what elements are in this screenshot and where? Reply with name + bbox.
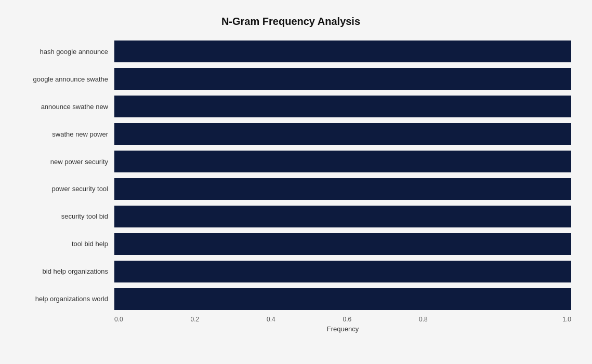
bar-fill [114, 151, 571, 172]
bar-label: announce swathe new [10, 103, 114, 111]
bar-track [114, 206, 571, 227]
chart-title: N-Gram Frequency Analysis [10, 10, 571, 28]
x-tick: 0.6 [343, 316, 419, 323]
bar-fill [114, 96, 571, 117]
bar-track [114, 123, 571, 145]
bar-fill [114, 233, 571, 255]
bar-track [114, 178, 571, 200]
bar-row: swathe new power [10, 120, 571, 148]
bar-row: power security tool [10, 176, 571, 203]
bar-fill [114, 288, 571, 310]
bar-fill [114, 123, 571, 145]
bar-track [114, 288, 571, 310]
bar-label: new power security [10, 158, 114, 166]
bar-label: swathe new power [10, 130, 114, 138]
bar-fill [114, 41, 571, 62]
bar-label: bid help organizations [10, 267, 114, 275]
chart-container: N-Gram Frequency Analysis hash google an… [0, 0, 592, 364]
bar-track [114, 68, 571, 90]
x-axis: 0.00.20.40.60.81.0 [114, 313, 571, 323]
bar-label: security tool bid [10, 212, 114, 220]
bar-fill [114, 178, 571, 200]
bar-track [114, 41, 571, 62]
bar-fill [114, 261, 571, 282]
bar-row: hash google announce [10, 38, 571, 65]
bar-fill [114, 206, 571, 227]
bar-track [114, 96, 571, 117]
bars-section: hash google announcegoogle announce swat… [10, 38, 571, 313]
bar-label: google announce swathe [10, 75, 114, 83]
bar-row: new power security [10, 148, 571, 176]
x-tick: 0.8 [419, 316, 495, 323]
bar-fill [114, 68, 571, 90]
bar-track [114, 151, 571, 172]
bar-label: power security tool [10, 185, 114, 193]
bar-row: bid help organizations [10, 258, 571, 285]
bar-row: google announce swathe [10, 65, 571, 93]
bar-label: tool bid help [10, 240, 114, 248]
bar-track [114, 233, 571, 255]
bar-label: help organizations world [10, 295, 114, 303]
bar-label: hash google announce [10, 48, 114, 56]
chart-area: hash google announcegoogle announce swat… [10, 38, 571, 333]
x-tick: 0.2 [191, 316, 267, 323]
bar-row: announce swathe new [10, 93, 571, 120]
bar-track [114, 261, 571, 282]
bar-row: security tool bid [10, 203, 571, 230]
x-axis-label: Frequency [114, 325, 571, 333]
bar-row: help organizations world [10, 285, 571, 313]
x-tick: 0.0 [114, 316, 191, 323]
x-tick: 1.0 [495, 316, 572, 323]
bar-row: tool bid help [10, 230, 571, 258]
x-tick: 0.4 [267, 316, 343, 323]
